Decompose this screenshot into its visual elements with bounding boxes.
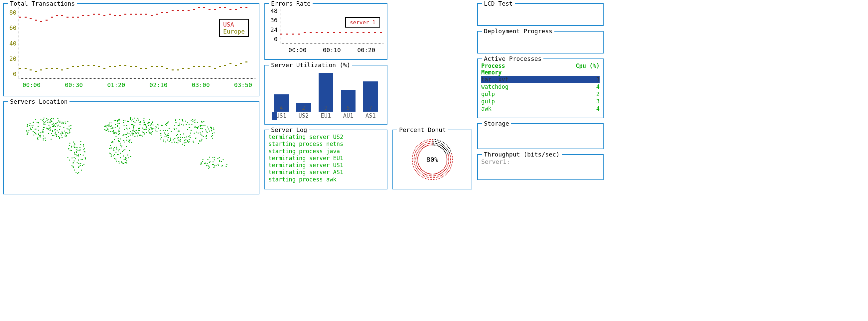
svg-point-497 xyxy=(160,135,161,136)
svg-point-680 xyxy=(214,167,215,168)
process-row[interactable]: awk4 xyxy=(481,105,600,112)
svg-rect-739 xyxy=(446,145,446,145)
svg-rect-811 xyxy=(449,170,450,170)
svg-rect-871 xyxy=(428,179,429,180)
svg-rect-713 xyxy=(436,143,437,144)
svg-point-201 xyxy=(76,147,78,148)
svg-point-565 xyxy=(179,125,180,126)
tt-yaxis: 806040200 xyxy=(7,7,19,92)
svg-point-611 xyxy=(193,133,194,134)
throughput-label: Server1: xyxy=(481,158,600,165)
svg-point-373 xyxy=(143,118,144,119)
svg-point-335 xyxy=(126,125,127,126)
svg-rect-804 xyxy=(445,166,446,166)
svg-point-407 xyxy=(130,131,131,132)
svg-rect-785 xyxy=(448,160,449,161)
svg-point-398 xyxy=(139,128,140,129)
svg-rect-725 xyxy=(440,145,441,145)
svg-point-446 xyxy=(129,150,130,151)
svg-point-666 xyxy=(216,165,217,166)
svg-point-185 xyxy=(84,148,85,149)
svg-point-574 xyxy=(177,142,178,143)
process-row[interactable]: gulp2 xyxy=(481,90,600,98)
svg-rect-925 xyxy=(416,163,417,164)
su-bars: 4US12US29EU15AU17AS1 xyxy=(268,69,383,121)
svg-rect-1012 xyxy=(431,145,431,145)
svg-point-392 xyxy=(137,136,138,136)
svg-point-419 xyxy=(118,161,119,162)
svg-point-354 xyxy=(109,125,110,126)
svg-rect-758 xyxy=(449,152,450,153)
svg-point-79 xyxy=(41,132,42,133)
svg-point-416 xyxy=(115,152,116,153)
panel-title: Throughput (bits/sec) xyxy=(482,151,562,158)
svg-point-114 xyxy=(45,121,46,122)
svg-rect-899 xyxy=(418,174,419,174)
svg-point-491 xyxy=(196,132,197,133)
svg-point-9 xyxy=(51,118,52,119)
svg-point-119 xyxy=(55,133,56,134)
svg-rect-978 xyxy=(419,146,420,147)
svg-rect-941 xyxy=(415,158,416,159)
svg-rect-733 xyxy=(442,146,443,147)
svg-point-554 xyxy=(178,131,179,132)
svg-point-465 xyxy=(123,140,124,141)
process-row[interactable]: watchdog4 xyxy=(481,83,600,90)
svg-point-30 xyxy=(62,122,63,123)
svg-point-198 xyxy=(78,172,79,173)
svg-rect-1001 xyxy=(427,143,427,144)
svg-point-140 xyxy=(42,139,43,140)
svg-point-564 xyxy=(192,121,193,122)
svg-rect-771 xyxy=(452,155,452,155)
svg-rect-853 xyxy=(434,175,435,176)
svg-point-494 xyxy=(182,137,183,138)
svg-rect-920 xyxy=(418,164,419,165)
svg-rect-912 xyxy=(419,166,420,167)
process-row[interactable]: gulp3 xyxy=(481,98,600,105)
svg-point-668 xyxy=(217,158,218,159)
svg-rect-998 xyxy=(425,142,425,143)
svg-point-253 xyxy=(115,127,116,128)
svg-point-60 xyxy=(27,133,28,134)
svg-rect-722 xyxy=(439,142,440,143)
svg-rect-1004 xyxy=(428,145,429,146)
svg-point-319 xyxy=(138,133,139,134)
svg-point-230 xyxy=(123,120,124,121)
svg-rect-708 xyxy=(434,145,435,145)
svg-rect-876 xyxy=(427,173,428,173)
svg-rect-704 xyxy=(433,145,434,145)
svg-point-454 xyxy=(111,148,112,149)
svg-point-448 xyxy=(118,138,119,139)
svg-point-620 xyxy=(166,136,167,136)
svg-point-461 xyxy=(118,151,119,152)
svg-rect-747 xyxy=(448,147,448,148)
svg-rect-723 xyxy=(440,140,441,141)
log-line: starting process netns xyxy=(268,140,383,148)
process-row[interactable]: tar -xvf3 xyxy=(481,76,600,83)
svg-rect-783 xyxy=(452,159,453,160)
svg-point-472 xyxy=(109,148,110,149)
svg-point-279 xyxy=(136,133,137,134)
svg-point-337 xyxy=(125,120,126,121)
svg-point-327 xyxy=(104,129,105,130)
svg-rect-844 xyxy=(436,173,437,174)
log-line: terminating server US2 xyxy=(268,134,383,140)
svg-point-650 xyxy=(174,128,175,129)
svg-point-418 xyxy=(123,150,124,151)
svg-point-146 xyxy=(33,122,34,123)
svg-point-420 xyxy=(127,155,128,156)
svg-point-413 xyxy=(126,160,127,161)
svg-point-615 xyxy=(207,127,208,128)
svg-point-555 xyxy=(168,141,169,142)
svg-rect-886 xyxy=(423,175,424,176)
svg-point-326 xyxy=(144,124,145,125)
svg-point-8 xyxy=(30,128,31,129)
svg-point-331 xyxy=(127,121,128,122)
svg-rect-775 xyxy=(452,156,453,157)
svg-point-408 xyxy=(123,122,124,123)
svg-point-571 xyxy=(212,133,213,134)
svg-point-628 xyxy=(194,126,195,127)
svg-rect-873 xyxy=(428,175,428,176)
svg-point-685 xyxy=(208,159,209,160)
svg-point-72 xyxy=(53,135,54,136)
